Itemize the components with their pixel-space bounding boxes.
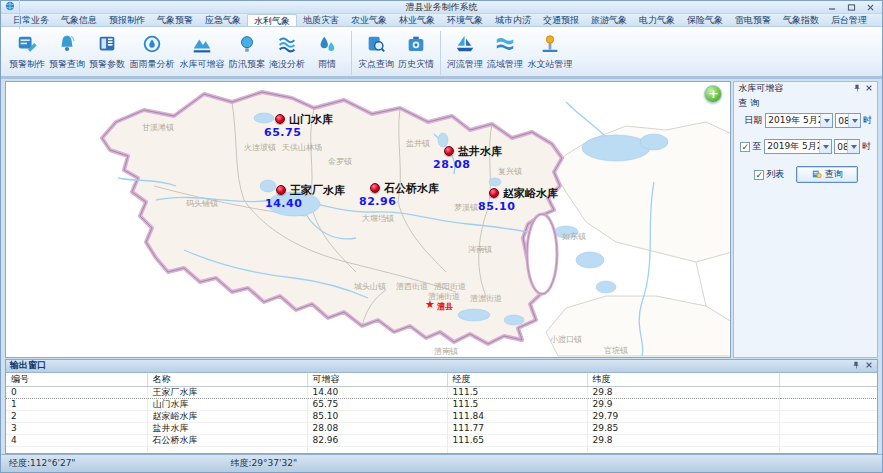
query-button[interactable]: 查询 (796, 166, 858, 183)
county-star-icon: ★ (425, 300, 435, 310)
menu-item-1[interactable]: 日常业务 (7, 14, 55, 26)
reservoir-name: 赵家峪水库 (503, 186, 558, 201)
date-from-combo[interactable]: 2019年 5月24日 (765, 113, 833, 128)
table-cell: 石公桥水库 (147, 434, 307, 446)
menu-item-2[interactable]: 气象信息 (55, 14, 103, 26)
toolbar-button-basin[interactable]: 流域管理 (485, 30, 525, 72)
chevron-down-icon[interactable] (820, 114, 832, 127)
menu-item-7[interactable]: 地质灾害 (297, 14, 345, 26)
menu-item-11[interactable]: 城市内涝 (489, 14, 537, 26)
reservoir-name: 盐井水库 (458, 144, 502, 159)
date-to-combo[interactable]: 2019年 5月25日 (764, 139, 832, 154)
hour-from-value: 08 (836, 116, 848, 126)
chevron-down-icon[interactable] (819, 140, 831, 153)
table-cell (779, 410, 878, 422)
hour-suffix: 时 (863, 114, 872, 127)
column-header[interactable]: 经度 (447, 373, 587, 387)
toolbar-button-flood[interactable]: 淹没分析 (267, 30, 307, 72)
reservoir-marker[interactable] (275, 114, 285, 124)
toolbar-button-warn-edit[interactable]: 预警制作 (7, 30, 47, 72)
toolbar-button-hydro-station[interactable]: 水文站管理 (525, 30, 575, 72)
table-row[interactable]: 0王家厂水库14.40111.529.8 (6, 386, 878, 398)
menu-item-6[interactable]: 水利气象 (247, 14, 297, 26)
maximize-button[interactable] (843, 2, 859, 12)
menu-item-15[interactable]: 保险气象 (681, 14, 729, 26)
table-row[interactable]: 1山门水库65.75111.529.9 (6, 398, 878, 410)
table-cell: 82.96 (307, 434, 447, 446)
toolbar-button-river[interactable]: 河流管理 (445, 30, 485, 72)
output-close-icon[interactable] (865, 361, 873, 371)
menu-item-14[interactable]: 电力气象 (633, 14, 681, 26)
chevron-down-icon[interactable] (848, 114, 860, 127)
empty-row (6, 446, 878, 454)
table-cell: 王家厂水库 (147, 386, 307, 398)
table-cell: 29.8 (587, 434, 779, 446)
menu-item-9[interactable]: 林业气象 (393, 14, 441, 26)
output-pin-icon[interactable] (852, 361, 860, 371)
menu-item-10[interactable]: 环境气象 (441, 14, 489, 26)
table-row[interactable]: 2赵家峪水库85.10111.8429.79 (6, 410, 878, 422)
toolbar-button-bell[interactable]: 预警查询 (47, 30, 87, 72)
menu-item-8[interactable]: 农业气象 (345, 14, 393, 26)
town-label: 火连坡镇 (244, 142, 276, 153)
column-header[interactable] (779, 373, 878, 387)
menu-item-16[interactable]: 雷电预警 (729, 14, 777, 26)
town-label: 天供山林场 (282, 142, 322, 153)
toolbar-button-rain[interactable]: 雨情 (307, 30, 347, 72)
column-header[interactable]: 编号 (6, 373, 147, 387)
menu-item-12[interactable]: 交通预报 (537, 14, 585, 26)
reservoir-value: 85.10 (478, 200, 515, 213)
table-cell: 4 (6, 434, 147, 446)
reservoir-marker[interactable] (370, 183, 380, 193)
table-cell: 29.79 (587, 410, 779, 422)
column-header[interactable]: 名称 (147, 373, 307, 387)
menu-item-3[interactable]: 预报制作 (103, 14, 151, 26)
reservoir-marker[interactable] (276, 185, 286, 195)
map-panel[interactable]: 甘溪滩镇火连坡镇天供山林场金罗镇盐井镇复兴镇梦溪镇码头铺镇大堰垱镇涔南镇如东镇城… (5, 81, 731, 358)
table-cell (779, 434, 878, 446)
hour-from-combo[interactable]: 08 (835, 113, 861, 128)
toolbar-label: 面雨量分析 (130, 58, 175, 71)
toolbar-button-reservoir[interactable]: 水库可增容 (177, 30, 227, 72)
toolbar-button-disaster-search[interactable]: 灾点查询 (356, 30, 396, 72)
status-bar: 经度:112°6'27" 纬度:29°37'32" (1, 454, 882, 472)
panel-pin-icon[interactable] (853, 84, 861, 94)
reservoir-marker[interactable] (489, 188, 499, 198)
town-label: 官垸镇 (604, 345, 628, 356)
toolbar-label: 水文站管理 (528, 58, 573, 71)
column-header[interactable]: 纬度 (587, 373, 779, 387)
minimize-button[interactable] (824, 2, 840, 12)
table-cell: 85.10 (307, 410, 447, 422)
menu-bar: 日常业务气象信息预报制作气象预警应急气象水利气象地质灾害农业气象林业气象环境气象… (1, 14, 882, 27)
toolbar-button-book[interactable]: 预警参数 (87, 30, 127, 72)
menu-item-5[interactable]: 应急气象 (199, 14, 247, 26)
table-row[interactable]: 3盐井水库28.08111.7729.85 (6, 422, 878, 434)
hour-to-combo[interactable]: 08 (834, 139, 860, 154)
menu-item-17[interactable]: 气象指数 (777, 14, 825, 26)
menu-item-18[interactable]: 后台管理 (825, 14, 873, 26)
town-label: 甘溪滩镇 (142, 122, 174, 133)
table-row[interactable]: 4石公桥水库82.96111.6529.8 (6, 434, 878, 446)
chevron-down-icon[interactable] (847, 140, 859, 153)
town-label: 大堰垱镇 (362, 213, 394, 224)
toolbar-button-history[interactable]: 历史灾情 (396, 30, 436, 72)
output-table: 编号名称可增容经度纬度 0王家厂水库14.40111.529.81山门水库65.… (6, 373, 878, 455)
column-header[interactable]: 可增容 (307, 373, 447, 387)
close-button[interactable] (862, 2, 878, 12)
toolbar-label: 淹没分析 (269, 58, 305, 71)
table-cell: 29.85 (587, 422, 779, 434)
reservoir-marker[interactable] (444, 146, 454, 156)
table-cell: 65.75 (307, 398, 447, 410)
toolbar-button-bulb[interactable]: 防汛预案 (227, 30, 267, 72)
panel-close-icon[interactable] (865, 84, 873, 94)
menu-item-4[interactable]: 气象预警 (151, 14, 199, 26)
toolbar-button-rain-gauge[interactable]: 面雨量分析 (127, 30, 177, 72)
menu-item-13[interactable]: 旅游气象 (585, 14, 633, 26)
to-checkbox[interactable]: ✓ (740, 142, 750, 152)
disaster-search-icon (365, 31, 387, 57)
book-icon (96, 31, 118, 57)
map-add-button[interactable]: + (704, 85, 722, 103)
town-label: 小渡口镇 (550, 334, 582, 345)
table-cell (587, 446, 779, 454)
list-checkbox[interactable]: ✓ (754, 170, 764, 180)
